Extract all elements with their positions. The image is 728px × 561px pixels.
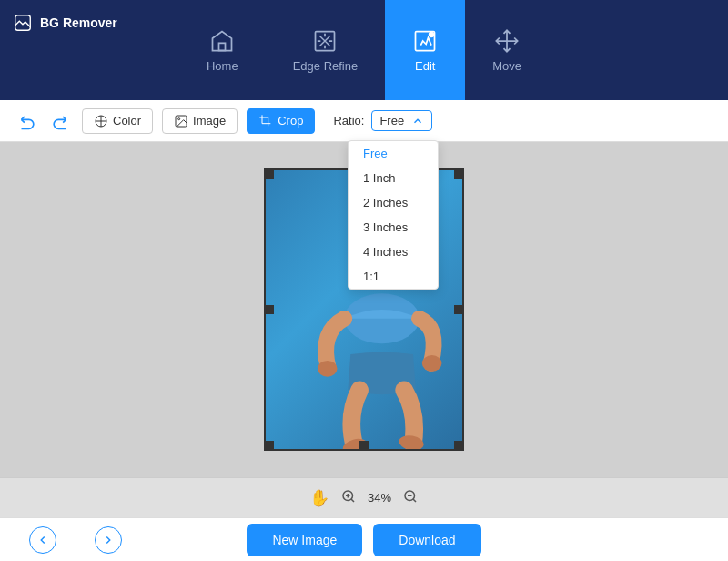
crop-handle-tr[interactable] bbox=[454, 169, 463, 178]
color-button[interactable]: Color bbox=[82, 108, 153, 134]
tab-edge-refine[interactable]: Edge Refine bbox=[266, 0, 386, 100]
dropdown-item-1to1[interactable]: 1:1 bbox=[349, 264, 438, 289]
tab-edit-label: Edit bbox=[415, 59, 435, 73]
svg-point-7 bbox=[178, 117, 180, 119]
nav-tabs: Home Edge Refine Edit Move bbox=[18, 0, 710, 100]
toolbar: Color Image Crop Ratio: Free Free 1 Inch… bbox=[0, 100, 728, 142]
image-label: Image bbox=[193, 114, 226, 128]
nav-arrows-group bbox=[15, 526, 75, 554]
ratio-label: Ratio: bbox=[333, 114, 364, 128]
color-label: Color bbox=[113, 114, 141, 128]
ratio-select[interactable]: Free bbox=[371, 110, 432, 131]
prev-button[interactable] bbox=[29, 526, 56, 554]
zoom-in-icon[interactable] bbox=[340, 488, 357, 508]
tab-edge-refine-label: Edge Refine bbox=[293, 59, 359, 73]
tab-home-label: Home bbox=[207, 59, 238, 73]
dropdown-item-1inch[interactable]: 1 Inch bbox=[349, 166, 438, 190]
next-button[interactable] bbox=[95, 526, 122, 554]
crop-handle-tl[interactable] bbox=[265, 169, 274, 178]
zoom-out-icon[interactable] bbox=[402, 488, 419, 508]
download-button[interactable]: Download bbox=[373, 524, 480, 556]
svg-point-15 bbox=[318, 361, 338, 377]
crop-handle-mr[interactable] bbox=[454, 305, 463, 314]
undo-button[interactable] bbox=[15, 107, 42, 135]
tab-home[interactable]: Home bbox=[179, 0, 266, 100]
dropdown-item-2inches[interactable]: 2 Inches bbox=[349, 190, 438, 215]
app-title: BG Remover bbox=[40, 15, 117, 30]
dropdown-item-free[interactable]: Free bbox=[349, 141, 438, 166]
crop-handle-br[interactable] bbox=[454, 441, 463, 450]
crop-handle-ml[interactable] bbox=[265, 305, 274, 314]
crop-handle-bl[interactable] bbox=[265, 441, 274, 450]
header: BG Remover Home Edge Refine Edit bbox=[0, 0, 728, 100]
redo-button[interactable] bbox=[46, 107, 73, 135]
dropdown-item-4inches[interactable]: 4 Inches bbox=[349, 240, 438, 264]
hand-tool-icon[interactable]: ✋ bbox=[309, 488, 329, 508]
image-button[interactable]: Image bbox=[162, 108, 238, 134]
app-logo: BG Remover bbox=[13, 13, 117, 33]
undo-redo-group bbox=[15, 107, 73, 135]
action-buttons-group: New Image Download bbox=[247, 524, 480, 556]
ratio-container: Ratio: Free bbox=[333, 110, 432, 131]
ratio-dropdown[interactable]: Free 1 Inch 2 Inches 3 Inches 4 Inches 1… bbox=[348, 140, 439, 290]
svg-rect-1 bbox=[219, 43, 226, 50]
dropdown-item-3inches[interactable]: 3 Inches bbox=[349, 215, 438, 240]
crop-handle-bm[interactable] bbox=[359, 441, 369, 450]
zoom-bar: ✋ 34% bbox=[0, 477, 728, 517]
crop-label: Crop bbox=[278, 114, 303, 128]
zoom-level: 34% bbox=[368, 491, 391, 505]
action-bar-wrapper: New Image Download bbox=[0, 518, 728, 562]
tab-move[interactable]: Move bbox=[465, 0, 549, 100]
svg-point-16 bbox=[422, 355, 442, 372]
crop-button[interactable]: Crop bbox=[247, 108, 315, 134]
chevron-up-icon bbox=[411, 115, 424, 128]
tab-edit[interactable]: Edit bbox=[385, 0, 465, 100]
svg-point-4 bbox=[430, 32, 434, 36]
ratio-value: Free bbox=[379, 114, 404, 128]
new-image-button[interactable]: New Image bbox=[247, 524, 362, 556]
logo-icon bbox=[13, 13, 33, 33]
action-bar: New Image Download bbox=[0, 517, 728, 561]
tab-move-label: Move bbox=[492, 59, 521, 73]
